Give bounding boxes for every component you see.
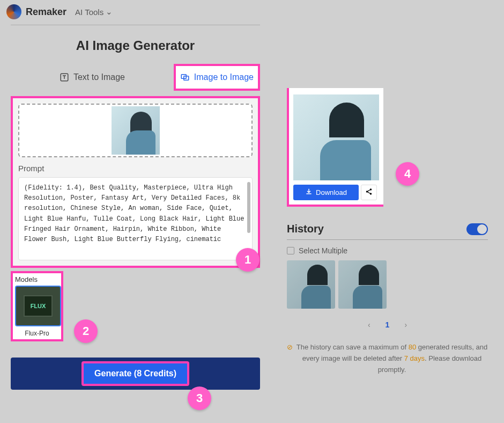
step-badge-3: 3 [188, 386, 211, 410]
models-section-highlight: Models FLUX Flux-Pro [11, 271, 63, 341]
prompt-label: Prompt [18, 164, 253, 173]
page-prev[interactable]: ‹ [368, 320, 370, 329]
brand-name: Remaker [26, 6, 66, 18]
page-next[interactable]: › [404, 320, 407, 329]
uploaded-thumbnail[interactable] [112, 106, 160, 155]
chevron-down-icon: ⌄ [106, 7, 113, 17]
result-card-highlight: Download [287, 88, 383, 207]
tab-text-to-image[interactable]: Text to Image [11, 64, 174, 91]
download-button[interactable]: Download [293, 185, 359, 200]
page-title: AI Image Generator [11, 38, 260, 53]
checkbox-icon[interactable] [287, 247, 294, 254]
model-name: Flux-Pro [15, 330, 59, 337]
image-upload-dropzone[interactable] [18, 104, 253, 157]
generate-button[interactable]: Generate (8 Credits) [81, 361, 189, 386]
models-label: Models [15, 275, 59, 283]
scrollbar-thumb[interactable] [247, 182, 250, 233]
svg-point-3 [370, 188, 372, 191]
tab-image-to-image-highlight: Image to Image [174, 64, 260, 91]
svg-point-5 [370, 193, 372, 195]
image-swap-icon [180, 72, 190, 82]
history-title: History [287, 223, 324, 235]
warning-icon: ⊘ [287, 342, 293, 375]
mode-tabs: Text to Image Image to Image [11, 64, 260, 91]
download-icon [305, 188, 313, 197]
page-current[interactable]: 1 [386, 320, 390, 329]
app-header: Remaker AI Tools ⌄ [0, 0, 504, 24]
tools-label: AI Tools [75, 8, 103, 17]
step-badge-4: 4 [396, 162, 419, 186]
prompt-textarea[interactable]: (Fidelity: 1.4), Best Quality, Masterpie… [18, 177, 253, 260]
text-icon [60, 72, 69, 82]
logo-icon [6, 4, 21, 19]
share-button[interactable] [361, 185, 377, 200]
ai-tools-dropdown[interactable]: AI Tools ⌄ [75, 7, 113, 17]
select-multiple-row[interactable]: Select Multiple [287, 246, 488, 255]
pagination: ‹ 1 › [287, 320, 488, 329]
history-thumb[interactable] [287, 260, 335, 309]
model-flux-tag: FLUX [31, 303, 46, 309]
history-thumb[interactable] [338, 260, 387, 309]
share-icon [365, 188, 373, 197]
generate-bar: Generate (8 Credits) [11, 358, 260, 390]
generated-image[interactable] [293, 94, 379, 180]
history-toggle[interactable] [466, 223, 488, 235]
step-badge-2: 2 [74, 319, 98, 343]
tab-image-to-image[interactable]: Image to Image [180, 67, 254, 87]
model-card-flux-pro[interactable]: FLUX [15, 286, 61, 326]
step-badge-1: 1 [236, 248, 260, 272]
history-note: ⊘ The history can save a maximum of 80 g… [287, 342, 488, 375]
prompt-section-highlight: Prompt (Fidelity: 1.4), Best Quality, Ma… [11, 96, 260, 268]
svg-point-4 [366, 191, 368, 193]
history-section: History Select Multiple ‹ 1 › ⊘ The hist… [281, 223, 493, 375]
history-thumbnails [287, 260, 488, 309]
